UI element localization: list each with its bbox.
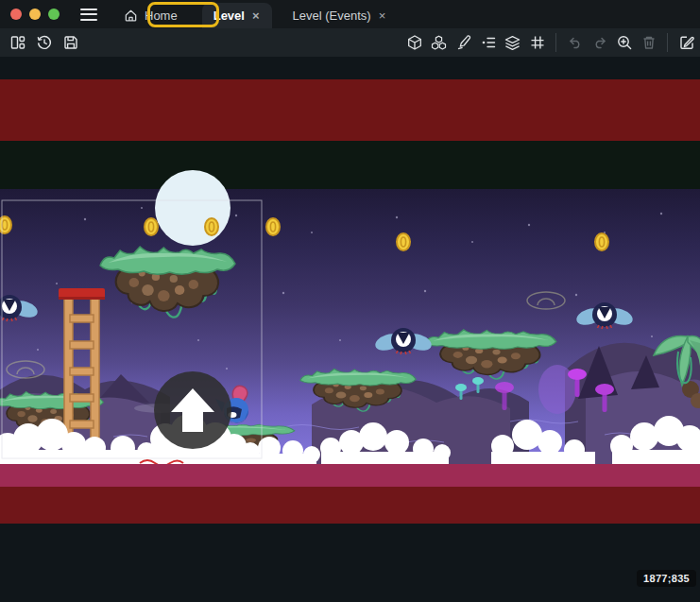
top-red-band[interactable] [0,79,700,141]
scene-render [0,57,700,602]
coin[interactable] [397,233,410,250]
tab-level[interactable]: Level × [202,3,272,28]
scene-properties-icon[interactable] [677,34,695,52]
home-icon [124,9,138,23]
history-icon[interactable] [35,34,53,52]
save-icon[interactable] [61,34,79,52]
title-bar: Home Level × Level (Events) × [0,0,700,28]
tab-level-events[interactable]: Level (Events) × [282,3,399,28]
scene-canvas[interactable] [0,57,700,602]
tab-level-events-close-icon[interactable]: × [378,9,387,23]
objects-3d-icon[interactable] [405,34,423,52]
tab-level-label: Level [213,9,245,23]
coin[interactable] [145,218,158,235]
close-window-button[interactable] [10,9,22,20]
cursor-coordinates-badge: 1877;835 [637,570,696,587]
layers-icon[interactable] [504,34,521,52]
tab-level-events-label: Level (Events) [293,9,371,23]
app-window: Home Level × Level (Events) × [0,0,700,602]
coin[interactable] [266,218,280,235]
grid-icon[interactable] [528,34,546,52]
zoom-in-icon[interactable] [615,34,633,52]
toolbar-divider [667,33,668,52]
window-controls [10,9,60,20]
ground-band-dark-red[interactable] [0,487,700,524]
tab-home[interactable]: Home [112,3,189,28]
main-menu-button[interactable] [77,5,101,25]
ground-band-crimson[interactable] [0,464,700,487]
tab-level-close-icon[interactable]: × [251,9,261,23]
toolbar-divider [555,33,556,52]
dark-band[interactable] [0,141,700,189]
redo-icon[interactable] [590,34,608,52]
toolbar-left-group [9,28,79,57]
tab-home-label: Home [145,9,178,23]
editor-toolbar: Preview Share [0,28,700,57]
paint-brush-icon[interactable] [454,34,472,52]
moon[interactable] [155,170,230,246]
up-arrow-touch-button[interactable] [154,371,231,449]
object-groups-icon[interactable] [430,34,448,52]
tab-bar: Home Level × Level (Events) × [112,0,398,28]
minimize-window-button[interactable] [29,9,41,20]
coin[interactable] [595,233,608,250]
trash-icon[interactable] [640,34,657,52]
undo-icon[interactable] [566,34,584,52]
panels-icon[interactable] [9,34,26,52]
zoom-window-button[interactable] [48,9,60,20]
instances-list-icon[interactable] [479,34,497,52]
toolbar-right-group [405,28,695,57]
coin[interactable] [205,218,218,235]
